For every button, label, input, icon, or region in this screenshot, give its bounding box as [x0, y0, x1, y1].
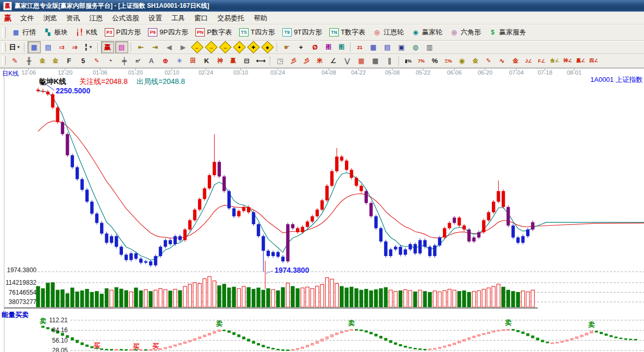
web-save-button[interactable]: ◍	[409, 41, 422, 53]
f-angle-button[interactable]: F∠	[536, 55, 548, 66]
half-percent-button[interactable]: 7%	[415, 55, 427, 66]
menu-item-工具[interactable]: 工具	[167, 13, 190, 24]
jump-first-button[interactable]: ⇤	[134, 41, 147, 53]
toolbar-grip[interactable]	[2, 56, 6, 66]
zoom-h-expand-button[interactable]: ↔	[219, 41, 232, 53]
single-candle-select-button[interactable]: ╏▼	[82, 41, 95, 53]
menu-item-公式选股[interactable]: 公式选股	[107, 13, 144, 24]
notes-button[interactable]: ▤	[381, 41, 394, 53]
golden-section-h-button[interactable]: 金	[36, 55, 48, 66]
k-measure-button[interactable]: K	[200, 55, 213, 67]
gold-circle-button[interactable]: ◉	[455, 55, 468, 67]
p-square-button[interactable]: P3P四方形	[101, 26, 145, 39]
pan-hand-button[interactable]: ☛	[280, 41, 293, 53]
kline-chart[interactable]: 卖卖卖卖卖买买买12-0612-2001-0601-2002-1002-2403…	[0, 68, 644, 352]
zoom-left-button[interactable]: ←	[191, 41, 204, 53]
title-bar[interactable]: 赢 赢家江恩专业版[赢家内部服务平台] - [上证指数 SH1A0001-167…	[0, 0, 644, 12]
print-setup-button[interactable]: ▥	[423, 41, 436, 53]
kline-period-select-button[interactable]: 日▼	[8, 41, 21, 53]
four-angle-button[interactable]: 四∠	[588, 55, 600, 66]
kline-3-button[interactable]: ≡3	[56, 42, 68, 53]
percent-pen-button[interactable]: ✎	[91, 55, 103, 66]
gold-angle-button[interactable]: 金∠	[549, 55, 561, 66]
v-dotted-button[interactable]: ⋁	[341, 55, 354, 67]
h-measure-button[interactable]: ⟷	[254, 55, 267, 67]
kline-9-button[interactable]: ≡9	[69, 42, 81, 53]
menu-item-帮助[interactable]: 帮助	[249, 13, 272, 24]
sectors-button[interactable]: ▚板块	[40, 26, 71, 39]
page-right-button[interactable]: ▶	[177, 41, 190, 53]
zoom-disabled-button[interactable]: Ø	[308, 41, 321, 53]
shen-tool-button[interactable]: 神	[214, 55, 226, 66]
zoom-expand-all-button[interactable]: ✚	[247, 41, 260, 53]
quotes-button[interactable]: ▦行情	[8, 26, 40, 39]
stats-chart-teal-button[interactable]: 图	[336, 42, 348, 53]
gann-burst-box-button[interactable]: 米	[314, 55, 326, 66]
angle-line-button[interactable]: ∠	[327, 55, 340, 67]
calculator-button[interactable]: ▦	[367, 41, 380, 53]
circle-cross-button[interactable]: ⊕	[159, 55, 172, 67]
menu-item-窗口[interactable]: 窗口	[190, 13, 213, 24]
golden-section-v-button[interactable]: 金	[49, 55, 61, 66]
cycle-circle-button[interactable]: ◔	[104, 55, 117, 67]
p9-square-button[interactable]: P99P四方形	[144, 26, 192, 39]
red-grid-button[interactable]: ▦	[355, 55, 368, 67]
trend-pen-button[interactable]: ✎	[482, 55, 494, 66]
ying-tool-button[interactable]: 赢	[227, 55, 239, 66]
toolbar-grip[interactable]	[2, 43, 6, 52]
info-report-button[interactable]: ▤	[42, 41, 55, 53]
draw-pen-button[interactable]: ✎	[8, 55, 21, 67]
diag-lines-button[interactable]: ∥	[383, 55, 396, 67]
rect-corners-button[interactable]: ◳	[274, 55, 287, 67]
ruler-123-button[interactable]: ⊟	[240, 55, 253, 67]
menu-item-浏览[interactable]: 浏览	[39, 13, 61, 24]
square-n2-button[interactable]: n²	[132, 55, 144, 66]
draw-grid-lines-button[interactable]: ╫	[22, 55, 35, 67]
gold-ratio-lines-button[interactable]: 金	[469, 55, 481, 66]
toolbar-grip[interactable]	[2, 27, 6, 38]
shen-angle-button[interactable]: 神∠	[562, 55, 574, 66]
jump-last-button[interactable]: ⇥	[148, 41, 162, 53]
bars-percent-button[interactable]: ▮%	[402, 55, 414, 66]
menu-item-文件[interactable]: 文件	[16, 13, 39, 24]
five-percent-button[interactable]: Ξ%	[442, 55, 454, 66]
j-angle-button[interactable]: J∠	[523, 55, 535, 66]
gann-fan-button[interactable]: 彡	[288, 55, 300, 66]
stats-chart-purple-button[interactable]: 图	[323, 42, 335, 53]
page-left-button[interactable]: ◀	[163, 41, 176, 53]
zoom-compress-button[interactable]: ✦	[233, 41, 246, 53]
winner-service-button[interactable]: $赢家服务	[485, 26, 530, 39]
menu-item-江恩[interactable]: 江恩	[84, 13, 107, 24]
p-number-table-button[interactable]: PNP数字表	[192, 26, 236, 39]
menu-item-资讯[interactable]: 资讯	[61, 13, 84, 24]
percent-button[interactable]: %	[428, 55, 441, 67]
menu-item-设置[interactable]: 设置	[144, 13, 167, 24]
volume-distribution-button[interactable]: ▤	[115, 41, 128, 53]
menu-item-交易委托[interactable]: 交易委托	[213, 13, 249, 24]
crosshair-button[interactable]: +	[294, 41, 307, 53]
t-square-button[interactable]: TST四方形	[236, 26, 279, 39]
market-window-button[interactable]: ▦	[28, 41, 41, 53]
zoom-right-button[interactable]: →	[205, 41, 218, 53]
time-lines-button[interactable]: ╪	[118, 55, 131, 67]
wave-av-button[interactable]: ∿	[496, 55, 509, 67]
dark-grid-button[interactable]: ▦	[369, 55, 382, 67]
save-button[interactable]: ▣	[395, 41, 408, 53]
t9-square-button[interactable]: T99T四方形	[279, 26, 326, 39]
ying-analysis-button[interactable]: 赢	[101, 41, 114, 53]
text-label-button[interactable]: A	[145, 55, 158, 67]
fibonacci-lines-button[interactable]: F	[63, 55, 76, 67]
hexagon-button[interactable]: ◎六角形	[446, 26, 485, 39]
spiral-5-button[interactable]: 5	[77, 55, 90, 67]
winner-wheel-button[interactable]: ◉赢家轮	[407, 26, 446, 39]
kline-button[interactable]: ╽╿K线	[71, 26, 101, 39]
grid-box-button[interactable]: 田	[187, 55, 199, 66]
t-number-table-button[interactable]: TNT数字表	[326, 26, 369, 39]
ying-angle-button[interactable]: 赢∠	[575, 55, 587, 66]
calendar-21-button[interactable]: 21	[354, 42, 366, 53]
zoom-reset-button[interactable]: ◈	[261, 41, 274, 53]
gold-box-button[interactable]: 金	[510, 55, 522, 66]
gann-fan-box-button[interactable]: 彡	[301, 55, 313, 66]
gann-wheel-button[interactable]: ◎江恩轮	[369, 26, 407, 39]
starburst-button[interactable]: ✳	[173, 55, 186, 67]
